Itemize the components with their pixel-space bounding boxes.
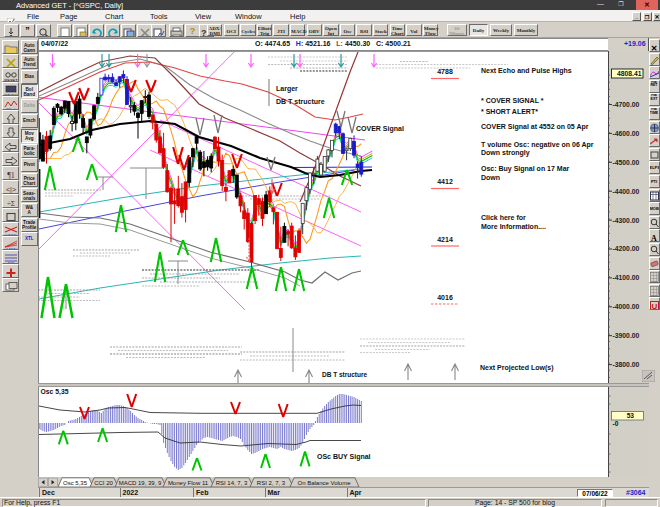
svg-text:RSI 14, 7, 3: RSI 14, 7, 3 xyxy=(216,480,248,486)
svg-text:On Balance Volume: On Balance Volume xyxy=(297,480,351,486)
svg-text:CCI 20: CCI 20 xyxy=(94,480,113,486)
svg-text:Osc 5,35: Osc 5,35 xyxy=(63,480,88,486)
svg-text:MACD 19, 39, 9: MACD 19, 39, 9 xyxy=(119,480,162,486)
svg-text:RSI 2, 7, 3: RSI 2, 7, 3 xyxy=(257,480,286,486)
svg-text:Money Flow 11: Money Flow 11 xyxy=(168,480,209,486)
